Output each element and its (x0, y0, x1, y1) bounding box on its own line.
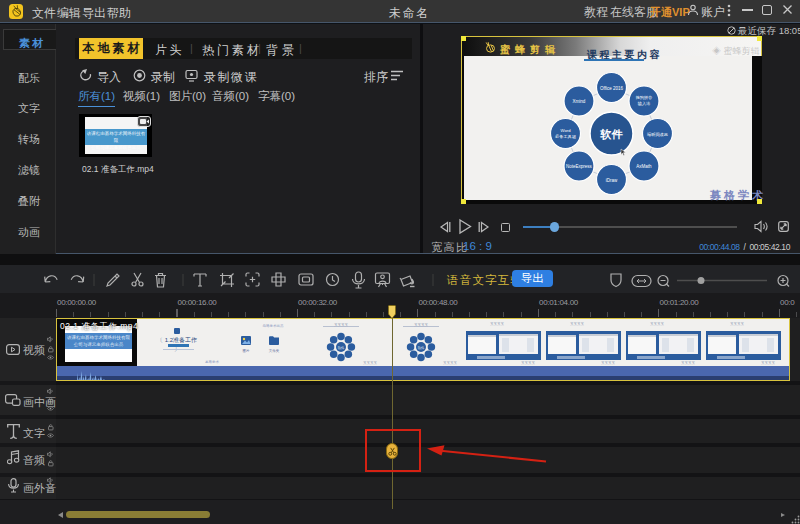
svg-text:iDraw: iDraw (606, 178, 618, 183)
svg-text:软件: 软件 (600, 128, 624, 140)
svg-text:AxMath: AxMath (636, 164, 652, 169)
svg-text:软件: 软件 (418, 345, 425, 349)
svg-text:Office 2016: Office 2016 (600, 86, 623, 91)
svg-text:必备工具箱: 必备工具箱 (555, 134, 576, 139)
svg-text:NoteExpress: NoteExpress (566, 164, 593, 169)
svg-text:软件: 软件 (338, 345, 345, 349)
svg-text:Xmind: Xmind (573, 99, 586, 104)
svg-text:Word: Word (561, 128, 572, 133)
